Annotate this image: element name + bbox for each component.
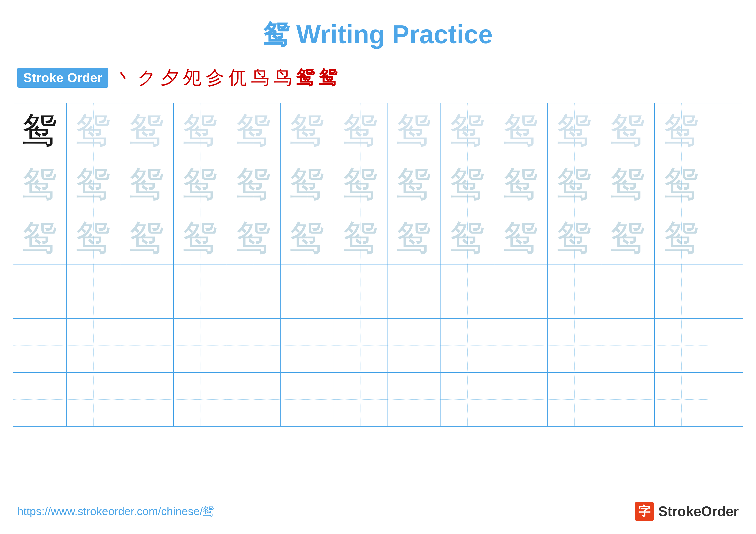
logo-text: StrokeOrder: [659, 503, 739, 519]
grid-cell: 鸳: [548, 157, 601, 211]
grid-cell: 鸳: [227, 211, 281, 265]
grid-cell: 鸳: [334, 103, 388, 157]
grid-cell: [548, 265, 601, 318]
grid-cell: 鸳: [388, 211, 441, 265]
grid-cell: [281, 373, 334, 426]
grid-cell: 鸳: [281, 103, 334, 157]
grid-cell: 鸳: [655, 103, 708, 157]
grid-row-2: 鸳 鸳 鸳 鸳 鸳 鸳 鸳 鸳 鸳 鸳 鸳 鸳 鸳: [14, 157, 742, 211]
grid-cell: [120, 373, 174, 426]
grid-cell: [655, 319, 708, 372]
grid-cell: 鸳: [281, 157, 334, 211]
grid-cell: 鸳: [601, 157, 655, 211]
grid-cell: [548, 319, 601, 372]
grid-cell: 鸳: [441, 211, 494, 265]
grid-cell: 鸳: [601, 211, 655, 265]
grid-cell: 鸳: [174, 157, 227, 211]
grid-cell: 鸳: [67, 103, 120, 157]
stroke-1: 丶: [115, 65, 133, 90]
grid-cell: 鸳: [655, 211, 708, 265]
grid-cell: [441, 319, 494, 372]
grid-cell: [601, 319, 655, 372]
grid-cell: 鸳: [441, 103, 494, 157]
title-text: Writing Practice: [289, 20, 493, 49]
grid-cell: [227, 319, 281, 372]
grid-cell: [14, 319, 67, 372]
grid-cell: [14, 265, 67, 318]
grid-cell: [494, 373, 548, 426]
grid-cell: 鸳: [174, 211, 227, 265]
grid-cell: [14, 373, 67, 426]
grid-cell: [441, 373, 494, 426]
grid-cell: 鸳: [281, 211, 334, 265]
grid-row-3: 鸳 鸳 鸳 鸳 鸳 鸳 鸳 鸳 鸳 鸳 鸳 鸳 鸳: [14, 211, 742, 265]
grid-cell: [120, 319, 174, 372]
title-char: 鸳: [263, 20, 289, 49]
grid-cell: 鸳: [334, 157, 388, 211]
grid-cell: 鸳: [14, 103, 67, 157]
stroke-3: 夕: [161, 65, 179, 90]
practice-grid: 鸳 鸳 鸳 鸳 鸳 鸳 鸳 鸳 鸳 鸳 鸳 鸳 鸳 鸳 鸳 鸳 鸳 鸳 鸳 鸳 …: [13, 103, 743, 427]
grid-cell: 鸳: [120, 211, 174, 265]
grid-row-5: [14, 319, 742, 373]
footer-logo: 字 StrokeOrder: [635, 502, 739, 521]
logo-icon: 字: [635, 502, 654, 521]
grid-cell: [494, 319, 548, 372]
grid-cell: [281, 319, 334, 372]
grid-cell: [388, 265, 441, 318]
stroke-order-badge: Stroke Order: [17, 68, 108, 88]
grid-cell: [388, 373, 441, 426]
grid-cell: [655, 373, 708, 426]
grid-cell: 鸳: [441, 157, 494, 211]
grid-cell: 鸳: [548, 103, 601, 157]
grid-cell: 鸳: [67, 211, 120, 265]
grid-cell: 鸳: [227, 157, 281, 211]
footer-url: https://www.strokeorder.com/chinese/鸳: [17, 504, 214, 519]
stroke-8: 鸟: [274, 65, 292, 90]
grid-cell: 鸳: [494, 103, 548, 157]
stroke-6: 㐳: [229, 65, 247, 90]
grid-cell: [67, 373, 120, 426]
grid-cell: 鸳: [601, 103, 655, 157]
grid-cell: [601, 265, 655, 318]
grid-cell: 鸳: [14, 157, 67, 211]
grid-cell: 鸳: [174, 103, 227, 157]
grid-cell: 鸳: [494, 157, 548, 211]
grid-cell: [334, 265, 388, 318]
grid-cell: 鸳: [548, 211, 601, 265]
grid-cell: 鸳: [67, 157, 120, 211]
stroke-order-row: Stroke Order 丶 ク 夕 夗 㐱 㐳 鸟 鸟 鸳 鸳: [0, 61, 756, 99]
stroke-5: 㐱: [206, 65, 224, 90]
grid-cell: [441, 265, 494, 318]
grid-cell: [601, 373, 655, 426]
grid-cell: 鸳: [14, 211, 67, 265]
grid-cell: 鸳: [388, 157, 441, 211]
stroke-10: 鸳: [319, 65, 337, 90]
grid-cell: [67, 319, 120, 372]
grid-cell: [388, 319, 441, 372]
grid-cell: 鸳: [120, 103, 174, 157]
grid-cell: [174, 373, 227, 426]
grid-cell: [334, 373, 388, 426]
grid-cell: 鸳: [494, 211, 548, 265]
grid-cell: [120, 265, 174, 318]
stroke-9: 鸳: [296, 65, 315, 90]
grid-cell: 鸳: [334, 211, 388, 265]
grid-cell: [67, 265, 120, 318]
stroke-chars-container: 丶 ク 夕 夗 㐱 㐳 鸟 鸟 鸳 鸳: [115, 65, 337, 90]
grid-row-6: [14, 373, 742, 426]
grid-cell: 鸳: [655, 157, 708, 211]
stroke-2: ク: [138, 65, 156, 90]
grid-cell: [227, 265, 281, 318]
grid-cell: [548, 373, 601, 426]
grid-cell: [174, 265, 227, 318]
grid-cell: 鸳: [388, 103, 441, 157]
grid-cell: [655, 265, 708, 318]
grid-cell: [334, 319, 388, 372]
grid-cell: [281, 265, 334, 318]
grid-cell: 鸳: [227, 103, 281, 157]
stroke-4: 夗: [183, 65, 202, 90]
grid-cell: [174, 319, 227, 372]
stroke-7: 鸟: [251, 65, 269, 90]
grid-row-1: 鸳 鸳 鸳 鸳 鸳 鸳 鸳 鸳 鸳 鸳 鸳 鸳 鸳: [14, 103, 742, 157]
